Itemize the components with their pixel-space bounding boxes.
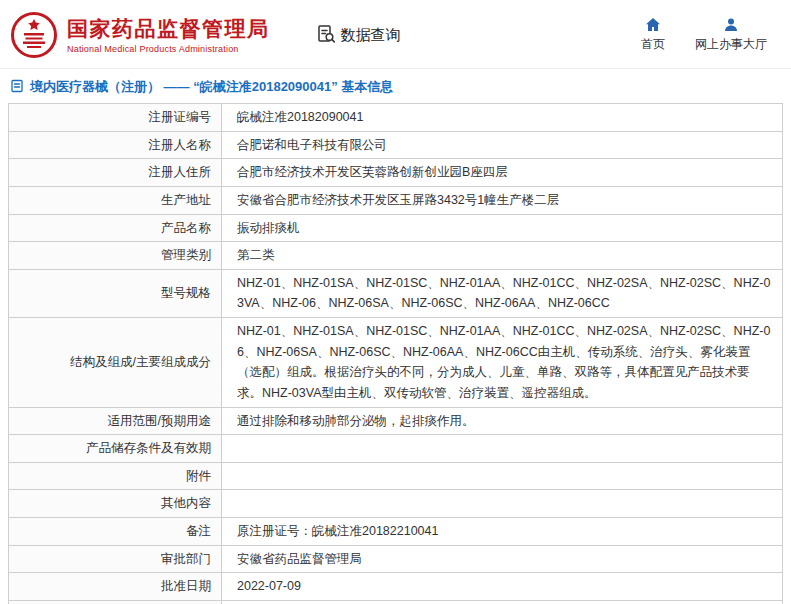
org-name-en: National Medical Products Administration <box>67 44 270 54</box>
row-label: 其他内容 <box>9 490 222 518</box>
home-icon <box>645 17 661 33</box>
row-value <box>222 462 783 490</box>
row-value: 合肥市经济技术开发区芙蓉路创新创业园B座四层 <box>222 159 783 187</box>
header-nav: 首页 网上办事大厅 <box>641 17 773 53</box>
row-label: 生效日期 <box>9 600 222 604</box>
row-label: 产品名称 <box>9 214 222 242</box>
org-name-cn: 国家药品监督管理局 <box>67 16 270 42</box>
table-row: 附件 <box>9 462 783 490</box>
row-value: NHZ-01、NHZ-01SA、NHZ-01SC、NHZ-01AA、NHZ-01… <box>222 318 783 408</box>
data-query-icon <box>316 24 336 47</box>
row-label: 附件 <box>9 462 222 490</box>
nav-service-hall[interactable]: 网上办事大厅 <box>695 17 767 53</box>
table-row: 适用范围/预期用途通过排除和移动肺部分泌物，起排痰作用。 <box>9 407 783 435</box>
table-row: 其他内容 <box>9 490 783 518</box>
row-value: NHZ-01、NHZ-01SA、NHZ-01SC、NHZ-01AA、NHZ-01… <box>222 269 783 317</box>
table-row: 型号规格NHZ-01、NHZ-01SA、NHZ-01SC、NHZ-01AA、NH… <box>9 269 783 317</box>
info-table-wrap: 注册证编号皖械注准20182090041注册人名称合肥诺和电子科技有限公司注册人… <box>0 103 791 604</box>
table-row: 注册证编号皖械注准20182090041 <box>9 104 783 132</box>
table-row: 生效日期 <box>9 600 783 604</box>
person-icon <box>723 17 739 33</box>
row-label: 产品储存条件及有效期 <box>9 435 222 463</box>
row-label: 管理类别 <box>9 242 222 270</box>
row-label: 结构及组成/主要组成成分 <box>9 318 222 408</box>
table-row: 管理类别第二类 <box>9 242 783 270</box>
table-row: 注册人名称合肥诺和电子科技有限公司 <box>9 131 783 159</box>
row-label: 批准日期 <box>9 573 222 601</box>
nav-home-label: 首页 <box>641 36 665 53</box>
row-label: 注册证编号 <box>9 104 222 132</box>
brand-block: 国家药品监督管理局 National Medical Products Admi… <box>67 16 270 54</box>
row-value: 原注册证号：皖械注准20182210041 <box>222 518 783 546</box>
info-table-body: 注册证编号皖械注准20182090041注册人名称合肥诺和电子科技有限公司注册人… <box>9 104 783 604</box>
row-label: 注册人名称 <box>9 131 222 159</box>
nav-home[interactable]: 首页 <box>641 17 665 53</box>
row-label: 备注 <box>9 518 222 546</box>
data-query-nav[interactable]: 数据查询 <box>316 24 401 47</box>
page-header: 国家药品监督管理局 National Medical Products Admi… <box>0 0 791 69</box>
registration-info-table: 注册证编号皖械注准20182090041注册人名称合肥诺和电子科技有限公司注册人… <box>8 103 783 604</box>
title-bar: 境内医疗器械（注册） —— “皖械注准20182090041” 基本信息 <box>0 69 791 103</box>
table-row: 产品名称振动排痰机 <box>9 214 783 242</box>
data-query-label: 数据查询 <box>341 26 401 45</box>
table-row: 结构及组成/主要组成成分NHZ-01、NHZ-01SA、NHZ-01SC、NHZ… <box>9 318 783 408</box>
row-value <box>222 490 783 518</box>
table-row: 批准日期2022-07-09 <box>9 573 783 601</box>
row-value: 安徽省药品监督管理局 <box>222 545 783 573</box>
table-row: 生产地址安徽省合肥市经济技术开发区玉屏路3432号1幢生产楼二层 <box>9 186 783 214</box>
row-label: 生产地址 <box>9 186 222 214</box>
document-icon <box>10 79 24 96</box>
row-label: 审批部门 <box>9 545 222 573</box>
nav-service-hall-label: 网上办事大厅 <box>695 36 767 53</box>
row-value <box>222 600 783 604</box>
row-value: 皖械注准20182090041 <box>222 104 783 132</box>
row-value: 通过排除和移动肺部分泌物，起排痰作用。 <box>222 407 783 435</box>
table-row: 备注原注册证号：皖械注准20182210041 <box>9 518 783 546</box>
row-value: 振动排痰机 <box>222 214 783 242</box>
row-label: 注册人住所 <box>9 159 222 187</box>
page-title: 境内医疗器械（注册） —— “皖械注准20182090041” 基本信息 <box>30 78 393 96</box>
row-value: 合肥诺和电子科技有限公司 <box>222 131 783 159</box>
table-row: 审批部门安徽省药品监督管理局 <box>9 545 783 573</box>
table-row: 产品储存条件及有效期 <box>9 435 783 463</box>
row-label: 型号规格 <box>9 269 222 317</box>
row-value: 2022-07-09 <box>222 573 783 601</box>
row-value <box>222 435 783 463</box>
table-row: 注册人住所合肥市经济技术开发区芙蓉路创新创业园B座四层 <box>9 159 783 187</box>
row-label: 适用范围/预期用途 <box>9 407 222 435</box>
row-value: 安徽省合肥市经济技术开发区玉屏路3432号1幢生产楼二层 <box>222 186 783 214</box>
row-value: 第二类 <box>222 242 783 270</box>
national-emblem-icon <box>10 11 58 59</box>
